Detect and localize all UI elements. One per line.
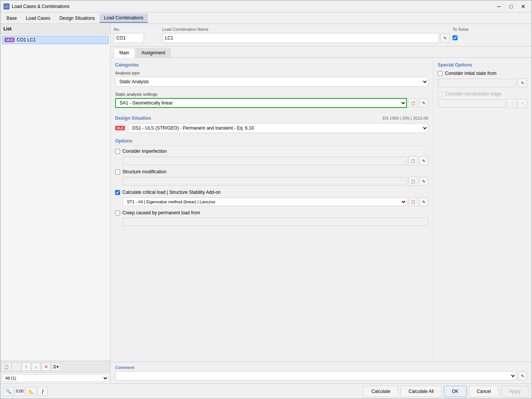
list-item-text: CO1 LC1 — [17, 37, 36, 43]
calculate-critical-label: Calculate critical load | Structure Stab… — [122, 190, 221, 195]
tab-content: Categories Analysis type Static Analysis… — [111, 58, 532, 362]
imperfection-sub-row: 📋 ✎ — [123, 156, 428, 165]
title-bar-left: LC Load Cases & Combinations — [3, 3, 70, 10]
copy-item-button[interactable]: 📄 — [12, 363, 21, 371]
side-content: Special Options Consider initial state f… — [433, 58, 532, 362]
construction-stage-edit-btn[interactable]: ✎ — [518, 99, 527, 108]
initial-state-checkbox[interactable] — [438, 71, 443, 76]
options-title: Options — [115, 138, 428, 146]
comment-select[interactable] — [115, 371, 516, 380]
menu-load-combinations[interactable]: Load Combinations — [100, 14, 148, 23]
title-bar: LC Load Cases & Combinations ─ □ ✕ — [0, 0, 532, 13]
cancel-button[interactable]: Cancel — [469, 386, 499, 397]
to-solve-checkbox[interactable] — [453, 35, 458, 40]
delete-item-button[interactable]: ✕ — [41, 363, 51, 371]
special-options-title: Special Options — [438, 62, 527, 68]
static-settings-select[interactable]: SA1 - Geometrically linear — [115, 98, 407, 108]
minimize-button[interactable]: ─ — [494, 3, 504, 10]
critical-copy-btn[interactable]: 📋 — [408, 197, 418, 206]
move-up-button[interactable]: ↑ — [22, 363, 31, 371]
structure-mod-edit-btn[interactable]: ✎ — [419, 177, 428, 186]
content-area: List ULS CO1 LC1 📋 📄 ↑ ↓ ✕ ☰▾ All (1) — [0, 24, 532, 383]
construction-stage-sub-row: 📋 ✎ — [438, 99, 527, 108]
creep-checkbox[interactable] — [115, 211, 120, 215]
analysis-type-select[interactable]: Static Analysis — [115, 77, 428, 87]
list-item[interactable]: ULS CO1 LC1 — [2, 36, 109, 44]
creep-sub-row — [123, 218, 428, 226]
imperfection-edit-btn[interactable]: ✎ — [419, 156, 428, 165]
comment-row: ✎ — [115, 371, 527, 380]
add-item-button[interactable]: 📋 — [2, 363, 11, 371]
design-situation-label: Design Situation — [115, 116, 151, 121]
menu-design-situations[interactable]: Design Situations — [55, 14, 99, 22]
formula-button[interactable]: ƒ — [38, 387, 48, 396]
move-down-button[interactable]: ↓ — [32, 363, 41, 371]
name-input[interactable] — [162, 33, 439, 43]
name-edit-button[interactable]: ✎ — [440, 33, 450, 43]
calculate-button[interactable]: Calculate — [363, 386, 398, 397]
action-buttons: Calculate Calculate All OK Cancel Apply — [363, 386, 529, 397]
no-label: No. — [114, 27, 159, 32]
comment-edit-btn[interactable]: ✎ — [518, 371, 527, 380]
structure-modification-label: Structure modification — [122, 169, 166, 174]
imperfection-copy-btn[interactable]: 📋 — [408, 156, 418, 165]
imperfection-input[interactable] — [123, 157, 407, 165]
critical-sub-row: ST1 - #4 | Eigenvalue method (linear) | … — [123, 197, 428, 206]
construction-stage-row: Consider construction stage — [438, 91, 527, 97]
structure-mod-input[interactable] — [123, 177, 407, 185]
tabs-bar: Main Assignment — [111, 46, 532, 58]
calculate-critical-checkbox[interactable] — [115, 190, 120, 195]
menu-load-cases[interactable]: Load Cases — [21, 14, 55, 22]
design-situation-header: Design Situation EN 1990 | DIN | 2012-08 — [115, 116, 428, 121]
design-situation-standard: EN 1990 | DIN | 2012-08 — [383, 116, 428, 120]
window-controls: ─ □ ✕ — [494, 3, 529, 10]
critical-select[interactable]: ST1 - #4 | Eigenvalue method (linear) | … — [123, 198, 407, 206]
left-panel: List ULS CO1 LC1 📋 📄 ↑ ↓ ✕ ☰▾ All (1) — [0, 24, 111, 383]
creep-row: Creep caused by permanent load from — [115, 210, 428, 215]
categories-title: Categories — [115, 62, 428, 68]
menu-base[interactable]: Base — [2, 14, 21, 22]
construction-stage-input[interactable] — [438, 99, 506, 108]
close-button[interactable]: ✕ — [518, 3, 529, 10]
initial-state-edit-btn[interactable]: ✎ — [518, 78, 527, 87]
list-container: ULS CO1 LC1 — [0, 34, 110, 361]
creep-input[interactable] — [123, 218, 428, 226]
name-input-row: ✎ — [162, 33, 450, 43]
filter-section: All (1) — [0, 372, 110, 383]
tab-assignment[interactable]: Assignment — [136, 48, 171, 57]
view-options-button[interactable]: ☰▾ — [51, 363, 60, 371]
window-title: Load Cases & Combinations — [12, 4, 70, 9]
right-panel: No. Load Combination Name ✎ To Solve — [111, 24, 532, 383]
no-input[interactable] — [114, 33, 144, 43]
construction-stage-copy-btn[interactable]: 📋 — [507, 99, 516, 108]
calculate-critical-row: Calculate critical load | Structure Stab… — [115, 190, 428, 195]
design-situation-row: ULS DS1 - ULS (STR/GEO) - Permanent and … — [115, 123, 428, 133]
no-group: No. — [114, 27, 159, 43]
apply-button[interactable]: Apply — [501, 386, 529, 397]
structure-modification-checkbox[interactable] — [115, 169, 120, 174]
uls-badge: ULS — [5, 38, 14, 42]
decimal-button[interactable]: 0.00 — [15, 387, 25, 396]
name-label: Load Combination Name — [162, 27, 450, 32]
construction-stage-checkbox[interactable] — [438, 92, 443, 97]
maximize-button[interactable]: □ — [506, 3, 516, 10]
measure-button[interactable]: 📐 — [26, 387, 36, 396]
structure-mod-copy-btn[interactable]: 📋 — [408, 177, 418, 186]
calculate-all-button[interactable]: Calculate All — [401, 386, 442, 397]
ok-button[interactable]: OK — [444, 386, 466, 397]
creep-label: Creep caused by permanent load from — [122, 210, 200, 215]
consider-imperfection-checkbox[interactable] — [115, 149, 120, 154]
critical-edit-btn[interactable]: ✎ — [419, 197, 428, 206]
static-settings-copy-button[interactable]: 📋 — [408, 98, 418, 108]
uls-design-badge: ULS — [115, 126, 125, 130]
filter-select[interactable]: All (1) — [2, 374, 109, 382]
search-button[interactable]: 🔍 — [3, 387, 13, 396]
design-situation-select[interactable]: DS1 - ULS (STR/GEO) - Permanent and tran… — [128, 123, 428, 133]
form-header: No. Load Combination Name ✎ To Solve — [111, 24, 532, 46]
analysis-type-row: Static Analysis — [115, 77, 428, 87]
consider-imperfection-label: Consider imperfection — [122, 149, 167, 154]
initial-state-input[interactable] — [438, 79, 516, 87]
structure-mod-sub-row: 📋 ✎ — [123, 177, 428, 186]
static-settings-edit-button[interactable]: ✎ — [419, 98, 428, 108]
tab-main[interactable]: Main — [114, 48, 135, 58]
